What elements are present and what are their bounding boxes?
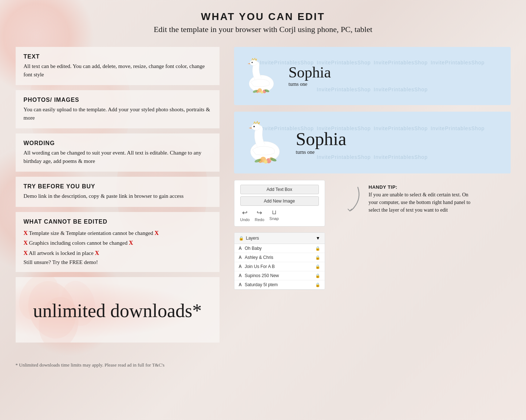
- red-x-3: X: [24, 250, 28, 256]
- red-x-1b: X: [155, 230, 159, 236]
- undo-icon: ↩: [242, 209, 248, 217]
- wording-section: WORDING All wording can be changed to su…: [16, 133, 220, 172]
- tip-body: If you are unable to select & edit certa…: [369, 191, 478, 214]
- editor-tools: ↩ Undo ↪ Redo ⊔ Snap: [240, 209, 319, 222]
- layer-letter-5: A: [239, 282, 242, 287]
- snap-label: Snap: [269, 216, 279, 221]
- preview-sub-2: turns one: [296, 149, 347, 155]
- editor-column: Add Text Box Add New Image ↩ Undo ↪ Redo: [234, 180, 325, 290]
- wording-section-body: All wording can be changed to suit your …: [24, 149, 211, 165]
- cannot-item-2-text: Graphics including colors cannot be chan…: [29, 240, 127, 246]
- try-section: TRY BEFORE YOU BUY Demo link in the desc…: [16, 177, 220, 207]
- tip-area: HANDY TIP: If you are unable to select &…: [336, 184, 478, 214]
- layer-letter-1: A: [239, 246, 242, 251]
- red-x-2b: X: [129, 240, 133, 246]
- cannot-edit-section: WHAT CANNOT BE EDITED X Template size & …: [16, 212, 220, 272]
- editor-panel: Add Text Box Add New Image ↩ Undo ↪ Redo: [234, 180, 325, 227]
- photos-section-title: PHOTOS/ IMAGES: [24, 97, 211, 103]
- layer-name-4: Supinos 250 New: [245, 273, 312, 278]
- undo-label: Undo: [240, 217, 250, 222]
- photos-section: PHOTOS/ IMAGES You can easily upload to …: [16, 90, 220, 128]
- preview-card-2: InvitePrintablesShop InvitePrintablesSho…: [234, 112, 511, 173]
- wording-section-title: WORDING: [24, 140, 211, 147]
- undo-tool[interactable]: ↩ Undo: [240, 209, 250, 222]
- tip-label: HANDY TIP:: [369, 184, 478, 191]
- page-header: WHAT YOU CAN EDIT Edit the template in y…: [154, 11, 372, 34]
- svg-point-14: [252, 124, 260, 130]
- left-column: TEXT All text can be edited. You can add…: [16, 47, 220, 368]
- disclaimer-text: * Unlimited downloads time limits may ap…: [16, 362, 220, 368]
- preview-name-2: Sophia: [296, 130, 347, 148]
- layers-title: Layers: [246, 236, 259, 241]
- layer-lock-4: 🔒: [315, 273, 320, 278]
- layer-row-2[interactable]: A Ashley & Chris 🔒: [234, 253, 325, 262]
- try-section-title: TRY BEFORE YOU BUY: [24, 183, 211, 190]
- layer-lock-1: 🔒: [315, 246, 320, 251]
- lock-icon: 🔒: [239, 236, 244, 241]
- redo-label: Redo: [255, 217, 264, 222]
- red-x-1: X: [24, 230, 28, 236]
- photos-section-body: You can easily upload to the template. A…: [24, 105, 211, 122]
- layer-row-1[interactable]: A Oh Baby 🔒: [234, 244, 325, 253]
- cannot-item-1-text: Template size & Template orientation can…: [29, 230, 153, 236]
- layers-panel: 🔒 Layers ▼ A Oh Baby 🔒 A Ashley: [234, 232, 325, 290]
- layer-letter-4: A: [239, 273, 242, 278]
- svg-point-6: [251, 62, 252, 63]
- text-section-body: All text can be edited. You can add, del…: [24, 62, 211, 79]
- main-layout: TEXT All text can be edited. You can add…: [16, 47, 511, 368]
- free-demo-text: Still unsure? Try the FREE demo!: [24, 259, 211, 265]
- red-x-3b: X: [95, 250, 99, 256]
- swan-illustration-1: [241, 56, 281, 96]
- red-x-2: X: [24, 240, 28, 246]
- svg-point-15: [253, 126, 255, 127]
- layer-letter-3: A: [239, 264, 242, 269]
- editor-layers-row: Add Text Box Add New Image ↩ Undo ↪ Redo: [234, 180, 511, 290]
- preview-text-1: Sophia turns one: [289, 65, 331, 87]
- layer-letter-2: A: [239, 255, 242, 260]
- add-text-box-btn[interactable]: Add Text Box: [240, 185, 319, 194]
- layers-chevron-icon[interactable]: ▼: [316, 236, 320, 241]
- redo-tool[interactable]: ↪ Redo: [255, 209, 264, 222]
- snap-icon: ⊔: [272, 209, 276, 216]
- layer-name-1: Oh Baby: [245, 246, 312, 251]
- snap-tool[interactable]: ⊔ Snap: [269, 209, 279, 222]
- page-subtitle: Edit the template in your browser with C…: [154, 25, 372, 34]
- unlimited-text: unlimited downloads*: [24, 300, 211, 322]
- layer-name-3: Join Us For A B: [245, 264, 312, 269]
- layers-header-title: 🔒 Layers: [239, 236, 259, 241]
- cannot-edit-title: WHAT CANNOT BE EDITED: [24, 219, 211, 225]
- svg-point-19: [264, 160, 268, 164]
- cannot-item-3-text: All artwork is locked in place: [29, 250, 94, 256]
- unlimited-section: unlimited downloads*: [16, 277, 220, 343]
- preview-name-1: Sophia: [289, 65, 331, 80]
- layer-row-5[interactable]: A Saturday 5l ptem 🔒: [234, 280, 325, 289]
- right-column: InvitePrintablesShop InvitePrintablesSho…: [234, 47, 511, 290]
- cannot-item-1: X Template size & Template orientation c…: [24, 228, 211, 238]
- layer-name-2: Ashley & Chris: [245, 255, 312, 260]
- layers-header: 🔒 Layers ▼: [234, 233, 325, 244]
- swan-illustration-2: [241, 119, 289, 166]
- layer-lock-3: 🔒: [315, 264, 320, 269]
- preview-sub-1: turns one: [289, 81, 331, 87]
- cannot-item-2: X Graphics including colors cannot be ch…: [24, 238, 211, 248]
- layer-lock-5: 🔒: [315, 283, 320, 287]
- cannot-item-3: X All artwork is locked in place X: [24, 248, 211, 258]
- layer-lock-2: 🔒: [315, 255, 320, 260]
- preview-text-2: Sophia turns one: [296, 130, 347, 155]
- redo-icon: ↪: [257, 209, 262, 217]
- preview-content-1: Sophia turns one: [241, 56, 503, 96]
- layer-row-3[interactable]: A Join Us For A B 🔒: [234, 262, 325, 271]
- add-new-image-btn[interactable]: Add New Image: [240, 196, 319, 206]
- page-title: WHAT YOU CAN EDIT: [154, 11, 372, 23]
- tip-arrow-icon: [336, 184, 365, 213]
- svg-point-5: [250, 60, 257, 65]
- tip-text-box: HANDY TIP: If you are unable to select &…: [369, 184, 478, 214]
- preview-content-2: Sophia turns one: [241, 119, 503, 166]
- layer-name-5: Saturday 5l ptem: [245, 282, 312, 287]
- layer-row-4[interactable]: A Supinos 250 New 🔒: [234, 271, 325, 280]
- text-section-title: TEXT: [24, 53, 211, 60]
- preview-card-1: InvitePrintablesShop InvitePrintablesSho…: [234, 47, 511, 105]
- svg-point-10: [261, 91, 263, 93]
- try-section-body: Demo link in the description, copy & pas…: [24, 192, 211, 200]
- text-section: TEXT All text can be edited. You can add…: [16, 47, 220, 85]
